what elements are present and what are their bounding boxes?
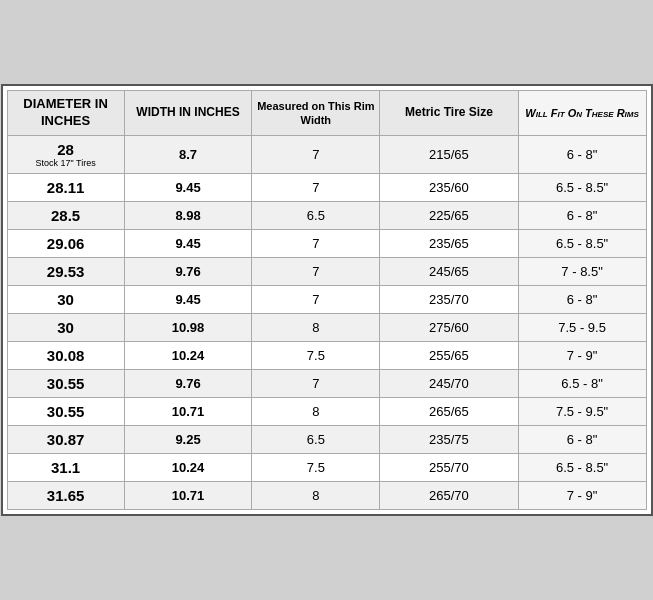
diameter-value: 30.55 [47, 375, 85, 392]
diameter-value: 29.06 [47, 235, 85, 252]
cell-fits: 6.5 - 8.5" [518, 453, 646, 481]
diameter-value: 28.5 [51, 207, 80, 224]
header-diameter-label: DIAMETER IN INCHES [23, 96, 108, 128]
cell-fits: 6.5 - 8.5" [518, 173, 646, 201]
cell-metric: 235/70 [380, 285, 518, 313]
cell-width: 9.45 [124, 285, 252, 313]
cell-width: 10.24 [124, 453, 252, 481]
cell-diameter: 30 [7, 313, 124, 341]
cell-diameter: 29.53 [7, 257, 124, 285]
cell-diameter: 28.11 [7, 173, 124, 201]
cell-metric: 275/60 [380, 313, 518, 341]
cell-measured: 8 [252, 313, 380, 341]
cell-width: 9.25 [124, 425, 252, 453]
cell-fits: 6.5 - 8.5" [518, 229, 646, 257]
cell-diameter: 30.55 [7, 397, 124, 425]
header-metric-label: Metric Tire Size [405, 105, 493, 119]
header-measured: Measured on This Rim Width [252, 91, 380, 136]
diameter-value: 30.55 [47, 403, 85, 420]
diameter-value: 29.53 [47, 263, 85, 280]
cell-width: 8.98 [124, 201, 252, 229]
cell-width: 10.71 [124, 397, 252, 425]
cell-measured: 6.5 [252, 425, 380, 453]
cell-measured: 7 [252, 229, 380, 257]
diameter-value: 30.08 [47, 347, 85, 364]
table-row: 3010.988275/607.5 - 9.5 [7, 313, 646, 341]
cell-width: 9.76 [124, 257, 252, 285]
cell-fits: 7.5 - 9.5 [518, 313, 646, 341]
header-width-label: WIDTH IN INCHES [136, 105, 239, 119]
cell-width: 10.71 [124, 481, 252, 509]
table-row: 309.457235/706 - 8" [7, 285, 646, 313]
table-row: 30.559.767245/706.5 - 8" [7, 369, 646, 397]
header-fits-label: Will Fit On These Rims [525, 107, 638, 119]
header-metric: Metric Tire Size [380, 91, 518, 136]
table-row: 29.069.457235/656.5 - 8.5" [7, 229, 646, 257]
cell-width: 10.98 [124, 313, 252, 341]
cell-measured: 7.5 [252, 341, 380, 369]
table-container: DIAMETER IN INCHES WIDTH IN INCHES Measu… [1, 84, 653, 516]
cell-diameter: 29.06 [7, 229, 124, 257]
cell-measured: 7 [252, 173, 380, 201]
table-row: 31.110.247.5255/706.5 - 8.5" [7, 453, 646, 481]
cell-metric: 265/70 [380, 481, 518, 509]
diameter-value: 28.11 [47, 179, 85, 196]
diameter-value: 30 [57, 319, 74, 336]
cell-diameter: 31.65 [7, 481, 124, 509]
cell-width: 10.24 [124, 341, 252, 369]
table-row: 29.539.767245/657 - 8.5" [7, 257, 646, 285]
cell-width: 9.76 [124, 369, 252, 397]
cell-diameter: 30.87 [7, 425, 124, 453]
table-row: 28Stock 17" Tires8.77215/656 - 8" [7, 135, 646, 173]
cell-measured: 8 [252, 481, 380, 509]
header-diameter: DIAMETER IN INCHES [7, 91, 124, 136]
cell-fits: 7 - 9" [518, 481, 646, 509]
diameter-value: 31.1 [51, 459, 80, 476]
cell-measured: 6.5 [252, 201, 380, 229]
cell-fits: 6.5 - 8" [518, 369, 646, 397]
diameter-value: 30.87 [47, 431, 85, 448]
cell-diameter: 28Stock 17" Tires [7, 135, 124, 173]
stock-note: Stock 17" Tires [12, 158, 120, 168]
cell-diameter: 31.1 [7, 453, 124, 481]
cell-fits: 6 - 8" [518, 201, 646, 229]
table-row: 31.6510.718265/707 - 9" [7, 481, 646, 509]
table-row: 30.879.256.5235/756 - 8" [7, 425, 646, 453]
diameter-value: 28 [57, 141, 74, 158]
cell-metric: 215/65 [380, 135, 518, 173]
table-row: 30.5510.718265/657.5 - 9.5" [7, 397, 646, 425]
cell-diameter: 30 [7, 285, 124, 313]
cell-fits: 6 - 8" [518, 285, 646, 313]
cell-metric: 235/65 [380, 229, 518, 257]
cell-metric: 235/60 [380, 173, 518, 201]
cell-metric: 245/65 [380, 257, 518, 285]
cell-fits: 7 - 8.5" [518, 257, 646, 285]
diameter-value: 30 [57, 291, 74, 308]
cell-width: 9.45 [124, 229, 252, 257]
diameter-value: 31.65 [47, 487, 85, 504]
cell-measured: 7 [252, 257, 380, 285]
cell-metric: 225/65 [380, 201, 518, 229]
table-row: 28.119.457235/606.5 - 8.5" [7, 173, 646, 201]
header-width: WIDTH IN INCHES [124, 91, 252, 136]
cell-measured: 7 [252, 285, 380, 313]
cell-measured: 8 [252, 397, 380, 425]
cell-metric: 235/75 [380, 425, 518, 453]
tire-size-table: DIAMETER IN INCHES WIDTH IN INCHES Measu… [7, 90, 647, 510]
cell-width: 9.45 [124, 173, 252, 201]
cell-measured: 7 [252, 369, 380, 397]
cell-diameter: 30.08 [7, 341, 124, 369]
cell-fits: 6 - 8" [518, 425, 646, 453]
table-row: 30.0810.247.5255/657 - 9" [7, 341, 646, 369]
cell-measured: 7.5 [252, 453, 380, 481]
table-row: 28.58.986.5225/656 - 8" [7, 201, 646, 229]
cell-diameter: 28.5 [7, 201, 124, 229]
cell-width: 8.7 [124, 135, 252, 173]
cell-diameter: 30.55 [7, 369, 124, 397]
header-measured-label: Measured on This Rim Width [257, 100, 374, 126]
cell-fits: 6 - 8" [518, 135, 646, 173]
cell-metric: 245/70 [380, 369, 518, 397]
cell-measured: 7 [252, 135, 380, 173]
cell-metric: 265/65 [380, 397, 518, 425]
cell-fits: 7.5 - 9.5" [518, 397, 646, 425]
